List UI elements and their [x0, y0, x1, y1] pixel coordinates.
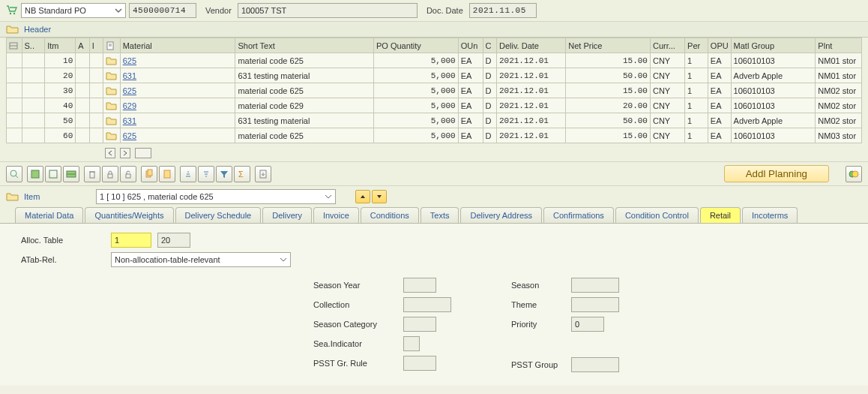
- cell-folder[interactable]: [103, 113, 121, 128]
- sort-asc-button[interactable]: [180, 166, 196, 182]
- table-row[interactable]: 30625material code 6255,000EAD2021.12.01…: [7, 83, 862, 98]
- item-selector-dropdown[interactable]: 1 [ 10 ] 625 , material code 625: [96, 189, 336, 204]
- table-row[interactable]: 20631631 testing material5,000EAD2021.12…: [7, 68, 862, 83]
- col-deliv-date[interactable]: Deliv. Date: [496, 38, 565, 53]
- deselect-all-button[interactable]: [45, 166, 61, 182]
- table-row[interactable]: 60625material code 6255,000EAD2021.12.01…: [7, 128, 862, 143]
- detail-view-button[interactable]: [6, 166, 22, 182]
- tab-incoterms[interactable]: Incoterms: [742, 207, 798, 223]
- col-i[interactable]: I: [89, 38, 103, 53]
- doc-date-field[interactable]: 2021.11.05: [469, 3, 537, 18]
- col-per[interactable]: Per: [685, 38, 708, 53]
- col-icon[interactable]: [103, 38, 121, 53]
- alloc-table-field-1[interactable]: 1: [111, 233, 151, 248]
- col-oun[interactable]: OUn: [458, 38, 483, 53]
- copy-button[interactable]: [141, 166, 157, 182]
- scroll-right-button[interactable]: [120, 148, 130, 158]
- doc-type-dropdown[interactable]: NB Standard PO: [21, 3, 126, 18]
- tab-invoice[interactable]: Invoice: [313, 207, 359, 223]
- cell-material[interactable]: 625: [120, 83, 235, 98]
- sea-indicator-field[interactable]: [403, 336, 420, 351]
- atab-rel-dropdown[interactable]: Non-allocation-table-relevant: [111, 252, 291, 267]
- items-table-wrap: S.. Itm A I Material Short Text PO Quant…: [0, 38, 868, 146]
- lock-button[interactable]: [102, 166, 118, 182]
- alloc-table-field-2[interactable]: 20: [157, 233, 190, 248]
- theme-field[interactable]: [571, 297, 619, 312]
- cell-folder[interactable]: [103, 128, 121, 143]
- tab-material-data[interactable]: Material Data: [15, 207, 83, 223]
- filter-button[interactable]: [216, 166, 232, 182]
- season-year-field[interactable]: [403, 278, 436, 293]
- cell-folder[interactable]: [103, 98, 121, 113]
- sort-desc-button[interactable]: [198, 166, 214, 182]
- col-curr[interactable]: Curr...: [650, 38, 684, 53]
- export-button[interactable]: [255, 166, 271, 182]
- col-opu[interactable]: OPU: [708, 38, 731, 53]
- tab-retail[interactable]: Retail: [700, 207, 741, 223]
- cell-folder[interactable]: [103, 68, 121, 83]
- row-selector[interactable]: [7, 83, 22, 98]
- cell-material[interactable]: 625: [120, 128, 235, 143]
- cell-matl-group: 106010103: [731, 98, 816, 113]
- folder-open-icon: [6, 23, 19, 35]
- delete-button[interactable]: [84, 166, 100, 182]
- row-selector[interactable]: [7, 53, 22, 68]
- item-prev-button[interactable]: [355, 190, 370, 203]
- col-status[interactable]: S..: [22, 38, 45, 53]
- doc-number-field[interactable]: 4500000714: [129, 3, 196, 18]
- cell-material[interactable]: 625: [120, 53, 235, 68]
- tab-quantities[interactable]: Quantities/Weights: [85, 207, 173, 223]
- col-itm[interactable]: Itm: [45, 38, 76, 53]
- season-cat-field[interactable]: [403, 317, 436, 332]
- collection-field[interactable]: [403, 297, 451, 312]
- item-next-button[interactable]: [372, 190, 387, 203]
- scroll-left-button[interactable]: [105, 148, 115, 158]
- addl-planning-button[interactable]: Addl Planning: [724, 165, 829, 182]
- scroll-detail-button[interactable]: [135, 148, 151, 158]
- cell-deliv-date: 2021.12.01: [496, 113, 565, 128]
- table-row[interactable]: 50631631 testing material5,000EAD2021.12…: [7, 113, 862, 128]
- cell-folder[interactable]: [103, 83, 121, 98]
- unlock-button[interactable]: [120, 166, 136, 182]
- vendor-field[interactable]: 100057 TST: [238, 3, 418, 18]
- cell-folder[interactable]: [103, 53, 121, 68]
- col-po-qty[interactable]: PO Quantity: [373, 38, 458, 53]
- tab-delivery[interactable]: Delivery: [262, 207, 312, 223]
- header-collapse-row[interactable]: Header: [0, 22, 868, 38]
- col-a[interactable]: A: [76, 38, 89, 53]
- row-selector[interactable]: [7, 113, 22, 128]
- row-selector[interactable]: [7, 98, 22, 113]
- table-row[interactable]: 40629material code 6295,000EAD2021.12.01…: [7, 98, 862, 113]
- psst-gr-rule-field[interactable]: [403, 356, 436, 371]
- row-selector[interactable]: [7, 128, 22, 143]
- season-field[interactable]: [571, 278, 619, 293]
- select-all-button[interactable]: [27, 166, 43, 182]
- tab-confirmations[interactable]: Confirmations: [543, 207, 614, 223]
- cell-plnt: NM02 stor: [816, 113, 862, 128]
- table-row[interactable]: 10625material code 6255,000EAD2021.12.01…: [7, 53, 862, 68]
- row-selector[interactable]: [7, 68, 22, 83]
- col-net-price[interactable]: Net Price: [566, 38, 651, 53]
- tab-delivery-address[interactable]: Delivery Address: [460, 207, 542, 223]
- tab-delivery-schedule[interactable]: Delivery Schedule: [175, 207, 262, 223]
- tab-condition-control[interactable]: Condition Control: [615, 207, 699, 223]
- col-selector[interactable]: [7, 38, 22, 53]
- tab-texts[interactable]: Texts: [421, 207, 459, 223]
- col-matl-group[interactable]: Matl Group: [731, 38, 816, 53]
- cell-material[interactable]: 631: [120, 113, 235, 128]
- priority-field[interactable]: 0: [571, 317, 604, 332]
- overview-button[interactable]: [63, 166, 79, 182]
- psst-group-field[interactable]: [571, 357, 619, 372]
- sum-button[interactable]: Σ: [234, 166, 250, 182]
- tab-conditions[interactable]: Conditions: [361, 207, 419, 223]
- cell-material[interactable]: 631: [120, 68, 235, 83]
- col-material[interactable]: Material: [120, 38, 235, 53]
- cell-material[interactable]: 629: [120, 98, 235, 113]
- col-c[interactable]: C: [483, 38, 496, 53]
- col-short-text[interactable]: Short Text: [235, 38, 374, 53]
- document-header: NB Standard PO 4500000714 Vendor 100057 …: [0, 0, 868, 22]
- paste-button[interactable]: [159, 166, 175, 182]
- folder-open-icon[interactable]: [6, 191, 19, 203]
- currency-button[interactable]: [846, 166, 862, 182]
- col-plnt[interactable]: Plnt: [816, 38, 862, 53]
